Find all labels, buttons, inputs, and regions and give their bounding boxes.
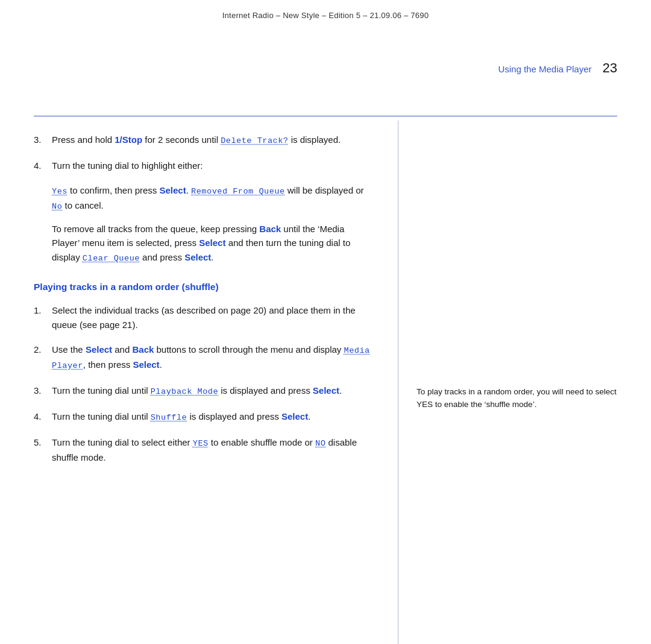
list-number: 3. <box>34 133 52 147</box>
inline-bold: Back <box>259 224 281 234</box>
list-content: Turn the tuning dial until Shuffle is di… <box>52 409 374 425</box>
list-content: Use the Select and Back buttons to scrol… <box>52 343 374 373</box>
list-number: 5. <box>34 435 52 449</box>
inline-mono: No <box>52 202 62 211</box>
inline-mono: Yes <box>52 187 68 196</box>
list-content: Press and hold 1/Stop for 2 seconds unti… <box>52 133 374 148</box>
inline-mono: YES <box>193 439 209 448</box>
header-text: Internet Radio – New Style – Edition 5 –… <box>222 11 429 20</box>
inline-mono: Clear Queue <box>83 254 140 263</box>
top-right-area: Using the Media Player 23 <box>498 60 617 76</box>
note-text: To play tracks in a random order, you wi… <box>417 387 617 409</box>
inline-bold: Select <box>281 411 308 421</box>
list-item: 2. Use the Select and Back buttons to sc… <box>34 343 374 373</box>
page-number: 23 <box>603 60 617 76</box>
list-item: 1. Select the individual tracks (as desc… <box>34 303 374 332</box>
horizontal-rule <box>34 116 617 116</box>
list-content: Turn the tuning dial to select either YE… <box>52 435 374 464</box>
list-item: 4. Turn the tuning dial to highlight eit… <box>34 159 374 172</box>
right-column: To play tracks in a random order, you wi… <box>398 121 651 644</box>
list-content: Turn the tuning dial until Playback Mode… <box>52 384 374 399</box>
inline-bold: Select <box>313 385 339 396</box>
indented-block-1: Yes to confirm, then press Select. Remov… <box>52 183 374 213</box>
inline-bold: Select <box>133 359 159 370</box>
note-area: To play tracks in a random order, you wi… <box>417 386 633 411</box>
section-heading: Playing tracks in a random order (shuffl… <box>34 282 374 292</box>
shuffle-list: 1. Select the individual tracks (as desc… <box>34 303 374 464</box>
indented-block-2: To remove all tracks from the queue, kee… <box>52 222 374 265</box>
pre-heading-list: 3. Press and hold 1/Stop for 2 seconds u… <box>34 133 374 172</box>
list-number: 4. <box>34 409 52 423</box>
inline-bold: Select <box>86 344 112 355</box>
list-content: Turn the tuning dial to highlight either… <box>52 159 374 172</box>
list-item: 4. Turn the tuning dial until Shuffle is… <box>34 409 374 425</box>
page-header: Internet Radio – New Style – Edition 5 –… <box>0 0 651 26</box>
list-number: 4. <box>34 159 52 172</box>
inline-bold: Select <box>199 238 225 248</box>
main-layout: 3. Press and hold 1/Stop for 2 seconds u… <box>0 121 651 644</box>
inline-mono: Removed From Queue <box>191 187 285 196</box>
list-item: 3. Turn the tuning dial until Playback M… <box>34 384 374 399</box>
inline-mono: Shuffle <box>151 413 187 422</box>
inline-mono: Delete Track? <box>221 136 288 145</box>
inline-mono: Playback Mode <box>151 387 218 396</box>
list-item: 3. Press and hold 1/Stop for 2 seconds u… <box>34 133 374 148</box>
list-number: 1. <box>34 303 52 317</box>
list-number: 3. <box>34 384 52 397</box>
section-title: Using the Media Player <box>498 64 591 74</box>
left-column: 3. Press and hold 1/Stop for 2 seconds u… <box>0 121 398 644</box>
inline-bold: Select <box>184 252 211 262</box>
inline-bold: 1/Stop <box>115 134 142 145</box>
inline-mono: NO <box>315 439 326 448</box>
list-item: 5. Turn the tuning dial to select either… <box>34 435 374 464</box>
list-number: 2. <box>34 343 52 356</box>
inline-bold: Back <box>132 344 154 355</box>
list-content: Select the individual tracks (as describ… <box>52 303 374 332</box>
inline-bold: Select <box>160 185 186 195</box>
